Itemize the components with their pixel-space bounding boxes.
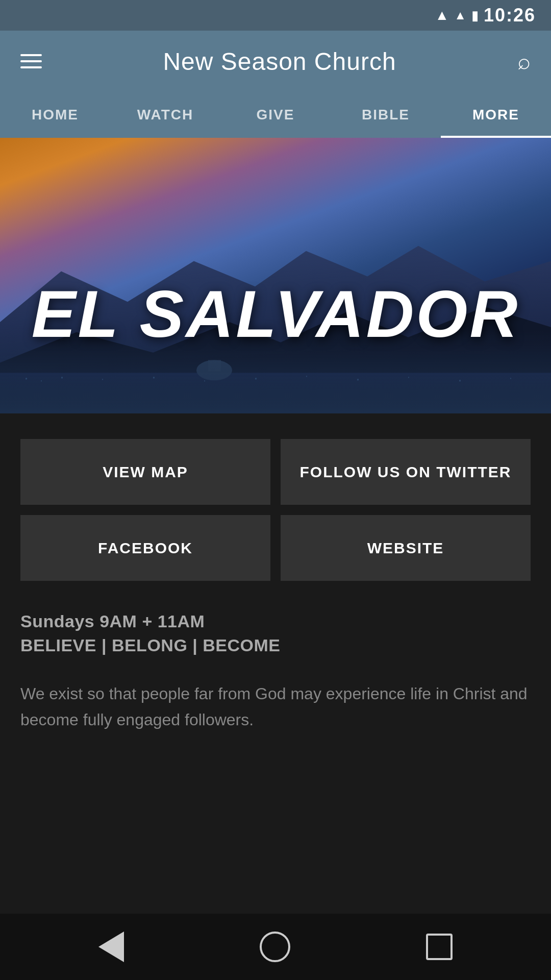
home-icon bbox=[260, 932, 290, 962]
bottom-nav bbox=[0, 914, 551, 980]
back-icon bbox=[98, 932, 124, 962]
view-map-button[interactable]: VIEW MAP bbox=[20, 439, 270, 505]
recent-apps-icon bbox=[426, 934, 453, 960]
status-bar: ▲ ▲ ▮ 10:26 bbox=[0, 0, 551, 31]
website-button[interactable]: WEBSITE bbox=[281, 515, 531, 581]
tab-home[interactable]: HOME bbox=[0, 92, 110, 138]
back-button[interactable] bbox=[98, 932, 124, 962]
tagline-text: BELIEVE | BELONG | BECOME bbox=[20, 635, 531, 655]
hero-image: EL SALVADOR bbox=[0, 138, 551, 413]
tab-more[interactable]: MORE bbox=[441, 92, 551, 138]
content-area: VIEW MAP FOLLOW US ON TWITTER FACEBOOK W… bbox=[0, 413, 551, 914]
facebook-button[interactable]: FACEBOOK bbox=[20, 515, 270, 581]
hero-title: EL SALVADOR bbox=[0, 276, 551, 352]
schedule-text: Sundays 9AM + 11AM bbox=[20, 611, 531, 631]
home-button[interactable] bbox=[260, 932, 290, 962]
wifi-icon: ▲ bbox=[435, 7, 449, 23]
tab-bible[interactable]: BIBLE bbox=[331, 92, 441, 138]
battery-icon: ▮ bbox=[471, 8, 479, 23]
app-title: New Season Church bbox=[163, 47, 396, 76]
nav-tabs: HOME WATCH GIVE BIBLE MORE bbox=[0, 92, 551, 138]
status-icons: ▲ ▲ ▮ 10:26 bbox=[435, 5, 536, 26]
tab-give[interactable]: GIVE bbox=[220, 92, 331, 138]
tab-watch[interactable]: WATCH bbox=[110, 92, 220, 138]
description-text: We exist so that people far from God may… bbox=[20, 681, 531, 733]
signal-icon: ▲ bbox=[454, 8, 466, 22]
action-buttons-grid: VIEW MAP FOLLOW US ON TWITTER FACEBOOK W… bbox=[20, 439, 531, 581]
search-icon[interactable]: ⌕ bbox=[517, 48, 531, 74]
hamburger-menu-button[interactable] bbox=[20, 54, 42, 68]
status-time: 10:26 bbox=[484, 5, 536, 26]
toolbar: New Season Church ⌕ bbox=[0, 31, 551, 92]
recent-apps-button[interactable] bbox=[426, 934, 453, 960]
follow-twitter-button[interactable]: FOLLOW US ON TWITTER bbox=[281, 439, 531, 505]
